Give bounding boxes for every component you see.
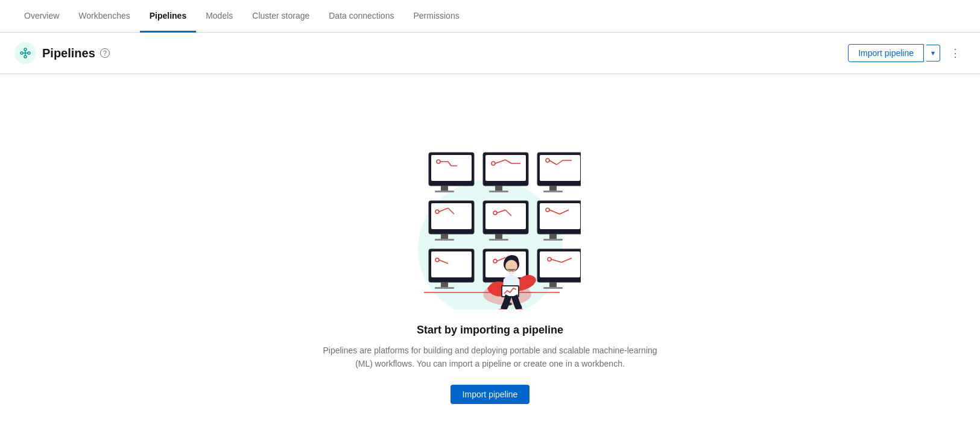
svg-point-3 [24, 55, 27, 58]
svg-rect-40 [485, 203, 526, 229]
tab-pipelines[interactable]: Pipelines [140, 0, 196, 33]
cta-import-pipeline-button[interactable]: Import pipeline [450, 385, 530, 404]
tab-overview[interactable]: Overview [14, 0, 69, 33]
svg-rect-47 [540, 203, 580, 229]
tab-permissions[interactable]: Permissions [403, 0, 469, 33]
svg-rect-70 [549, 282, 557, 287]
pipelines-icon [14, 42, 36, 64]
empty-state-description: Pipelines are platforms for building and… [321, 344, 659, 371]
svg-rect-51 [549, 234, 557, 239]
svg-rect-17 [485, 155, 526, 181]
svg-rect-37 [441, 234, 448, 239]
svg-rect-44 [495, 234, 502, 239]
page-header: Pipelines ? Import pipeline ▾ ⋮ [0, 33, 980, 74]
svg-rect-57 [441, 282, 448, 287]
svg-rect-58 [435, 287, 454, 289]
tab-cluster-storage[interactable]: Cluster storage [242, 0, 319, 33]
kebab-menu-button[interactable]: ⋮ [945, 44, 966, 62]
empty-state-illustration [400, 116, 581, 309]
svg-rect-45 [489, 239, 508, 241]
svg-rect-71 [543, 287, 563, 289]
svg-rect-23 [489, 191, 508, 192]
svg-point-1 [24, 48, 27, 51]
help-icon[interactable]: ? [100, 48, 110, 58]
page-title: Pipelines [42, 46, 95, 60]
import-pipeline-caret[interactable]: ▾ [926, 45, 940, 62]
svg-point-2 [28, 52, 30, 54]
main-content: Start by importing a pipeline Pipelines … [0, 74, 980, 439]
tab-models[interactable]: Models [196, 0, 242, 33]
svg-rect-33 [431, 203, 472, 229]
svg-rect-31 [543, 191, 563, 192]
svg-rect-15 [435, 191, 454, 192]
svg-rect-66 [540, 251, 580, 277]
svg-rect-52 [543, 239, 563, 241]
svg-rect-14 [441, 186, 448, 191]
svg-rect-38 [435, 239, 454, 241]
empty-state-title: Start by importing a pipeline [417, 324, 563, 336]
svg-rect-25 [540, 155, 580, 181]
tab-data-connections[interactable]: Data connections [319, 0, 403, 33]
top-navigation: Overview Workbenches Pipelines Models Cl… [0, 0, 980, 33]
svg-rect-54 [431, 251, 472, 277]
tab-workbenches[interactable]: Workbenches [69, 0, 139, 33]
header-actions: Import pipeline ▾ ⋮ [848, 44, 966, 62]
svg-point-0 [21, 52, 23, 54]
svg-rect-79 [502, 286, 518, 296]
svg-rect-22 [495, 186, 502, 191]
svg-rect-30 [549, 186, 557, 191]
import-pipeline-button[interactable]: Import pipeline [848, 44, 924, 62]
